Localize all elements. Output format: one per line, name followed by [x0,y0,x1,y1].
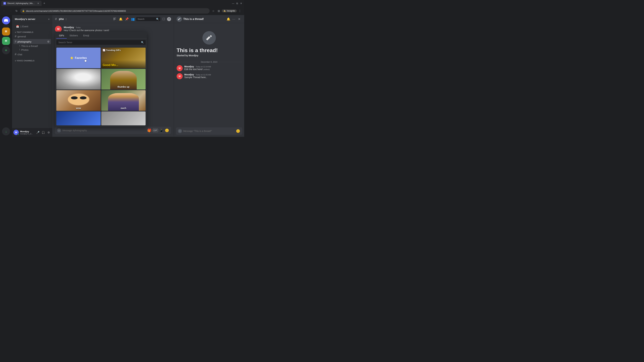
thread-close-button[interactable]: ✕ [237,17,242,21]
emoji-icon-button[interactable]: 😊 [165,128,169,132]
help-button[interactable]: ? [167,17,171,21]
new-tab-button[interactable]: + [42,1,46,5]
discord-home-button[interactable] [2,16,10,24]
reload-button[interactable]: ↻ [14,8,19,13]
tab-bar: D Discord | #photography | Mood... ✕ + —… [0,0,244,7]
gif-bottom1-cell[interactable] [56,111,100,125]
sidebar-item-chat[interactable]: # chat [14,52,51,57]
thread-msg-text-2: Sample Thread here.. [184,76,242,79]
thread-panel: This is a thread! 🔔 ⋯ ✕ This is a thread… [174,15,244,137]
message-author: Moodjoy [64,26,74,29]
gif-ouch-cell[interactable]: ouch [101,90,146,111]
started-by-label: Started by [176,54,188,57]
gif-bottom2-cell[interactable] [101,111,146,125]
back-button[interactable]: ← [2,8,7,13]
inbox-button[interactable]: ☐ [161,16,166,22]
gif-icon-button[interactable]: GIF [153,129,158,132]
pin-button[interactable]: 📌 [124,16,130,22]
window-restore-button[interactable]: ⧉ [236,2,239,5]
forward-button[interactable]: → [8,8,13,13]
user-tag-label: moodjoy71_0... [20,133,34,135]
active-tab[interactable]: D Discord | #photography | Mood... ✕ [1,1,42,6]
window-minimize-button[interactable]: — [232,2,235,5]
thread-header-icons: 🔔 ⋯ ✕ [226,17,242,21]
text-channels-section[interactable]: ∨ TEXT CHANNELS [12,28,52,34]
gif-search-icon: 🔍 [141,41,144,44]
server-header[interactable]: Moodjoy's server ∨ [12,15,52,23]
server-list: M M + ↓ [0,15,12,137]
window-close-button[interactable]: ✕ [240,2,243,5]
mute-button[interactable]: 🎤 [36,130,40,135]
event-label: 1 Event [20,25,28,28]
gif-search-area: 🔍 [55,39,147,46]
avatar-letter: M [15,131,17,134]
apps-icon[interactable]: 📱 [159,128,164,132]
emoji-tab[interactable]: Emoji [80,33,92,38]
server-name: Moodjoy's server [15,17,36,20]
thread-add-button[interactable]: + [178,129,182,133]
server-icon-green[interactable]: M [2,37,10,45]
add-server-button[interactable]: + [2,46,10,54]
sidebar-item-photography[interactable]: # photography ⊕ [14,39,51,44]
tab-close-button[interactable]: ✕ [37,2,40,5]
url-lock-icon: 🔒 [22,10,25,12]
thread-msg-author-1: Moodjoy [184,65,194,68]
thread-item-photos[interactable]: └ Photos [14,48,51,52]
user-controls: 🎤 🎧 ⚙ [36,130,51,135]
url-bar[interactable]: 🔒 discord.com/channels/11823468517819843… [20,8,210,13]
wow-eye-right [80,96,86,99]
threads-button[interactable] [112,16,118,22]
thread-header: This is a thread! 🔔 ⋯ ✕ [174,15,244,23]
sidebar-item-general[interactable]: # general [14,34,51,39]
app-container: M M + ↓ Moodjoy's server ∨ 📅 1 Event ∨ T… [0,15,244,137]
download-button[interactable]: ↓ [2,127,10,135]
gift-icon[interactable]: 🎁 [147,128,152,132]
gif-wow-cell[interactable]: wow [56,90,100,111]
extensions-button[interactable]: ⊞ [216,8,221,13]
wow-label: wow [56,107,100,109]
message-time: Today [76,26,81,28]
server-icon-user[interactable]: M [2,27,10,35]
gif-favorites-cell[interactable]: ⭐ Favorites [56,48,100,68]
gif-thumbsup-cell[interactable]: thumbs up [101,69,146,89]
browser-menu-button[interactable]: ⋮ [238,8,242,13]
ouch-label: ouch [101,107,146,109]
browser-chrome: D Discord | #photography | Mood... ✕ + —… [0,0,244,15]
user-status-indicator [17,134,19,135]
channel-header: # pho | 🔔 📌 👥 Search 🔍 ☐ ? [52,15,174,23]
event-calendar-icon: 📅 [16,25,19,28]
server-chevron-icon: ∨ [48,18,50,20]
thread-notification-button[interactable]: 🔔 [226,17,231,21]
deafen-button[interactable]: 🎧 [41,130,46,135]
add-thread-button[interactable]: ⊕ [47,40,50,43]
channel-search-bar[interactable]: Search 🔍 [136,17,160,21]
chat-message-input[interactable] [62,129,146,132]
user-info: Moodjoy moodjoy71_0... [20,130,34,135]
chat-input-icons: 🎁 GIF 📱 😊 [147,128,169,132]
gif-search-input[interactable] [56,40,146,45]
settings-button[interactable]: ⚙ [46,130,51,135]
user-panel: M Moodjoy moodjoy71_0... 🎤 🎧 ⚙ [12,128,52,137]
message-content: Moodjoy Today Hey! Check out the awesome… [64,26,171,32]
channel-header-name: pho [59,17,64,21]
chat-add-button[interactable]: + [57,128,61,132]
thread-emoji-button[interactable]: 😊 [236,129,240,133]
notification-button[interactable]: 🔔 [118,16,124,22]
event-item[interactable]: 📅 1 Event [14,24,51,28]
thread-name-photos: Photos [21,49,29,51]
thread-more-button[interactable]: ⋯ [232,17,236,21]
gif-picker: GIFs Stickers Emoji 🔍 ⭐ Favorites [55,31,147,127]
thread-item-this-is-a-thread[interactable]: └ This is a thread! [14,44,51,48]
gif-why-cell[interactable]: why [56,69,100,89]
stickers-tab[interactable]: Stickers [67,33,80,38]
members-button[interactable]: 👥 [130,16,136,22]
voice-section-collapse-icon: ∨ [15,60,16,62]
voice-channels-section[interactable]: ∨ VOICE CHANNELS [12,57,52,62]
bookmark-button[interactable]: ☆ [211,8,216,13]
gif-trending-cell[interactable]: 📈 Trending GIFs Good Mo... [101,48,146,68]
gifs-tab[interactable]: GIFs [56,33,67,38]
message-text: Hey! Check out the awesome photos I sent… [64,29,171,32]
channel-list: 📅 1 Event ∨ TEXT CHANNELS # general # ph… [12,23,52,128]
search-icon: 🔍 [156,18,159,20]
thread-message-input[interactable] [183,130,234,132]
